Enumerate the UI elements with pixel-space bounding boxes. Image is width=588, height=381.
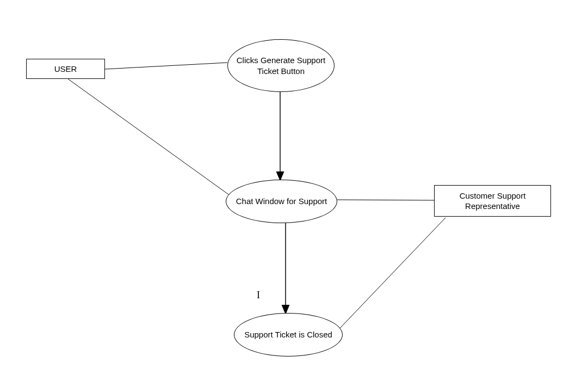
node-customer-rep: Customer Support Representative: [434, 185, 551, 217]
node-user: USER: [26, 59, 105, 79]
edge-user-to-clicks: [105, 63, 227, 69]
node-ticket-closed: Support Ticket is Closed: [234, 313, 343, 357]
edge-rep-to-closed: [339, 218, 445, 329]
node-clicks-generate: Clicks Generate Support Ticket Button: [227, 39, 335, 92]
edge-chat-to-rep: [337, 200, 434, 200]
node-ticket-closed-label: Support Ticket is Closed: [244, 329, 332, 340]
node-chat-window: Chat Window for Support: [226, 180, 337, 223]
node-chat-window-label: Chat Window for Support: [236, 196, 327, 207]
node-clicks-generate-label: Clicks Generate Support Ticket Button: [236, 55, 326, 76]
node-user-label: USER: [54, 64, 77, 75]
edge-user-to-chat: [68, 79, 237, 200]
text-cursor-ibeam: I: [257, 290, 260, 301]
node-customer-rep-label: Customer Support Representative: [435, 190, 550, 212]
